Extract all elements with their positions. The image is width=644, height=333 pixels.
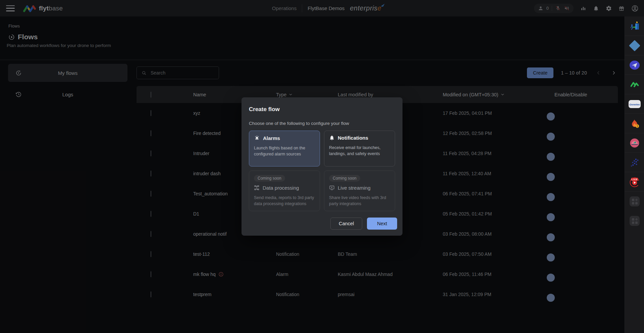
siren-icon: [254, 135, 260, 141]
card-title: Notifications: [338, 135, 368, 141]
card-description: Share live video feeds with 3rd party in…: [329, 195, 390, 207]
coming-soon-badge: Coming soon: [329, 175, 360, 182]
create-flow-modal: Create flow Choose one of the following …: [241, 97, 402, 236]
placeholder-app-icon-2[interactable]: [625, 211, 644, 231]
live-stream-app-icon[interactable]: LIVE: [625, 172, 644, 192]
flow-card-notifications[interactable]: Notifications Receive email for launches…: [324, 131, 395, 166]
card-title: Alarms: [263, 135, 280, 141]
emergency-exit-app-icon[interactable]: [625, 16, 644, 36]
screen-share-icon: [329, 185, 335, 191]
integrations-rail: Genetec ! LIVE: [625, 16, 644, 333]
diamond-app-icon[interactable]: [625, 36, 644, 55]
svg-text:!: !: [637, 125, 638, 128]
flame-alert-app-icon[interactable]: !: [625, 114, 644, 133]
data-flow-icon: [254, 185, 260, 191]
card-description: Send media, reports to 3rd party data pr…: [254, 195, 315, 207]
coming-soon-badge: Coming soon: [254, 175, 285, 182]
card-description: Receive email for launches, landings, an…: [329, 145, 390, 157]
placeholder-app-icon-1[interactable]: [625, 192, 644, 211]
flow-card-live-streaming[interactable]: Coming soon Live streaming Share live vi…: [324, 171, 395, 211]
paper-plane-app-icon[interactable]: [625, 55, 644, 75]
green-arrows-app-icon[interactable]: [625, 75, 644, 94]
card-title: Data processing: [263, 185, 299, 191]
flow-card-alarms[interactable]: Alarms Launch flights based on the confi…: [249, 131, 320, 166]
card-title: Live streaming: [338, 185, 371, 191]
genetec-label: Genetec: [629, 103, 640, 106]
cancel-button[interactable]: Cancel: [330, 218, 362, 230]
dots-grid-app-icon[interactable]: [625, 153, 644, 172]
live-label: LIVE: [631, 178, 637, 180]
modal-title: Create flow: [249, 106, 395, 113]
dino-alarm-app-icon[interactable]: [625, 133, 644, 153]
flow-card-data-processing[interactable]: Coming soon Data processing Send media, …: [249, 171, 320, 211]
bell-icon: [329, 135, 335, 141]
genetec-app-icon[interactable]: Genetec: [625, 94, 644, 114]
next-button[interactable]: Next: [367, 218, 397, 230]
modal-subtitle: Choose one of the following to configure…: [249, 121, 395, 126]
card-description: Launch flights based on the configured a…: [254, 145, 315, 157]
